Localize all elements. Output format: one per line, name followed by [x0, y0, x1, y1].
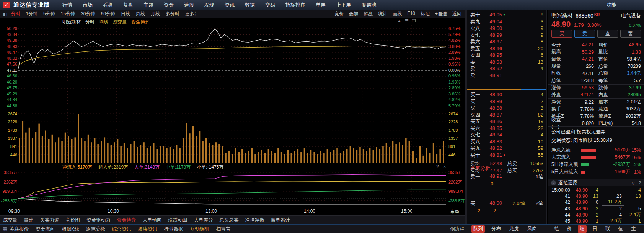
buy-queue-row[interactable]: 买二48.892 — [467, 98, 546, 105]
bottom-tab-板块资讯[interactable]: 板块资讯 — [138, 226, 157, 233]
info-tab-细[interactable]: 细 — [578, 225, 587, 233]
menu-item-股票池[interactable]: 股票池 — [361, 2, 376, 8]
bottom-tab-扫雷宝[interactable]: 扫雷宝 — [216, 226, 231, 233]
menu-item-数据[interactable]: 数据 — [245, 2, 255, 8]
bottom-tab-关联报价[interactable]: 关联报价 — [10, 226, 29, 233]
tick-buy-sub[interactable]: 22 — [467, 208, 546, 213]
sell-queue-row[interactable]: 卖五48.9620 — [467, 45, 546, 52]
sidebar-toggle[interactable]: 侧边栏 — [450, 226, 465, 233]
tick-restore-row[interactable]: 4548.9012.0万1 — [548, 218, 644, 224]
info-tab-联[interactable]: 联 — [603, 225, 612, 233]
buy-queue-row[interactable]: 买十48.81▲55 — [467, 152, 546, 159]
tick-restore-row[interactable]: 4148.90132313 — [548, 193, 644, 199]
sell-queue-row[interactable]: 卖八49.009 — [467, 25, 546, 32]
buy-queue-row[interactable]: 买八48.8310 — [467, 138, 546, 145]
buy-queue-row[interactable]: 买五48.8619 — [467, 118, 546, 125]
info-tab-价[interactable]: 价 — [565, 225, 574, 233]
menu-icon[interactable]: ☰ — [405, 18, 409, 23]
menu-item-function[interactable]: 功能 — [607, 2, 616, 8]
buy-button[interactable]: 买 — [551, 30, 572, 38]
filter-icon[interactable]: ▽ — [631, 180, 634, 185]
period-tab-分时[interactable]: 分时 — [11, 11, 20, 17]
info-tab-主[interactable]: 主 — [629, 225, 638, 233]
indicator-tab-撤单累计[interactable]: 撤单累计 — [271, 217, 290, 223]
menu-item-交易[interactable]: 交易 — [265, 2, 275, 8]
sell-button[interactable]: 卖 — [574, 30, 595, 38]
menu-item-复盘[interactable]: 复盘 — [123, 2, 133, 8]
menu-item-选股[interactable]: 选股 — [184, 2, 194, 8]
layout-button[interactable]: 布局 — [450, 208, 459, 215]
toolbar-action-竞价[interactable]: 竞价 — [334, 11, 344, 17]
indicator-tab-净挂净撤[interactable]: 净挂净撤 — [245, 217, 264, 223]
period-tab-更多〉[interactable]: 更多〉 — [185, 11, 199, 17]
collapse-icon[interactable]: ▲ — [397, 18, 401, 23]
toolbar-action-+自选[interactable]: +自选 — [435, 11, 447, 17]
indicator-tab-资金博弈[interactable]: 资金博弈 — [117, 217, 136, 223]
info-tab-笔[interactable]: 笔 — [552, 225, 561, 233]
indicator-tab-竞价图[interactable]: 竞价图 — [66, 217, 80, 223]
period-tab-周线[interactable]: 周线 — [136, 11, 145, 17]
menu-item-主题[interactable]: 主题 — [143, 2, 153, 8]
menu-item-市场[interactable]: 市场 — [83, 2, 93, 8]
menu-item-看盘[interactable]: 看盘 — [103, 2, 113, 8]
period-tab-30分钟[interactable]: 30分钟 — [81, 11, 95, 17]
indicator-tab-成交量[interactable]: 成交量 — [3, 217, 18, 223]
toolbar-action-统计[interactable]: 统计 — [378, 11, 387, 17]
toolbar-action-画线[interactable]: 画线 — [393, 11, 402, 17]
queue-tab-队列[interactable]: 队列 — [471, 225, 485, 233]
multi-window-icon[interactable]: ❐ — [412, 18, 416, 23]
indicator-tab-涨跌动因[interactable]: 涨跌动因 — [168, 217, 187, 223]
period-tab-月线[interactable]: 月线 — [151, 11, 160, 17]
tick-sell-row[interactable]: 卖一48.911笔 — [467, 173, 546, 180]
tick-restore-row[interactable]: 15:00:0048.9044 — [548, 187, 644, 193]
tick-buy-row[interactable]: 买一48.902.0/笔2笔 — [467, 200, 546, 207]
industry-label[interactable]: 电气设备 — [621, 12, 644, 19]
help-icon[interactable]: ? — [639, 180, 641, 185]
info-tab-日[interactable]: 日 — [591, 225, 600, 233]
close-icon[interactable]: × — [443, 164, 446, 169]
tick-sell-sub[interactable]: 0 — [467, 181, 546, 187]
indicator-tab-资金驱动力[interactable]: 资金驱动力 — [86, 217, 111, 223]
sell-queue-row[interactable]: 卖十49.05▼8 — [467, 11, 546, 18]
indicator-tab-总买总卖[interactable]: 总买总卖 — [220, 217, 239, 223]
period-tab-1分钟[interactable]: 1分钟 — [26, 11, 37, 17]
bottom-tab-行业数据[interactable]: 行业数据 — [164, 226, 183, 233]
action-button-警[interactable]: 警 — [620, 30, 641, 38]
period-tab-多分时[interactable]: 多分时 — [166, 11, 179, 17]
indicator-tab-大单动向[interactable]: 大单动向 — [143, 217, 162, 223]
bottom-tab-综合资讯[interactable]: 综合资讯 — [112, 226, 131, 233]
sell-queue-row[interactable]: 卖二48.924 — [467, 65, 546, 72]
queue-tab-龙虎[interactable]: 龙虎 — [507, 225, 521, 233]
bottom-tab-相似K线[interactable]: 相似K线 — [62, 226, 79, 233]
sell-queue-row[interactable]: 卖一48.91 — [467, 72, 546, 79]
info-tab-值[interactable]: 值 — [616, 225, 625, 233]
buy-queue-row[interactable]: 买四48.8782 — [467, 112, 546, 118]
grid-icon[interactable]: ▦ — [3, 226, 7, 231]
layout-icon[interactable]: ◧ — [3, 11, 7, 16]
menu-item-上下屏[interactable]: 上下屏 — [336, 2, 351, 8]
tick-restore-row[interactable]: 4348.90225 — [548, 206, 644, 212]
period-tab-15分钟[interactable]: 15分钟 — [61, 11, 75, 17]
queue-tab-分布[interactable]: 分布 — [489, 225, 503, 233]
bottom-tab-资金流向[interactable]: 资金流向 — [36, 226, 55, 233]
sell-queue-row[interactable]: 卖三48.9313 — [467, 59, 546, 66]
toolbar-action-超盘[interactable]: 超盘 — [364, 11, 373, 17]
buy-queue-row[interactable]: 买一48.904 — [467, 91, 546, 98]
period-tab-日线[interactable]: 日线 — [121, 11, 130, 17]
menu-item-发现[interactable]: 发现 — [204, 2, 214, 8]
bottom-tab-互动调研[interactable]: 互动调研 — [190, 226, 209, 233]
queue-tab-风向[interactable]: 风向 — [525, 225, 539, 233]
sell-queue-row[interactable]: 卖七48.999 — [467, 32, 546, 39]
period-tab-60分钟[interactable]: 60分钟 — [101, 11, 115, 17]
buy-queue-row[interactable]: 买七48.844 — [467, 131, 546, 138]
menu-item-单屏[interactable]: 单屏 — [316, 2, 326, 8]
menu-item-行情[interactable]: 行情 — [62, 2, 72, 8]
menu-item-资金[interactable]: 资金 — [164, 2, 174, 8]
indicator-tab-量比[interactable]: 量比 — [24, 217, 34, 223]
tick-restore-row[interactable]: 4448.90242.4万 — [548, 212, 644, 218]
menu-item-指标排序[interactable]: 指标排序 — [285, 2, 305, 8]
indicator-tab-买卖力道[interactable]: 买卖力道 — [40, 217, 59, 223]
menu-item-资讯[interactable]: 资讯 — [225, 2, 235, 8]
buy-queue-row[interactable]: 买三48.883 — [467, 105, 546, 112]
toolbar-action-标记[interactable]: 标记 — [421, 11, 430, 17]
